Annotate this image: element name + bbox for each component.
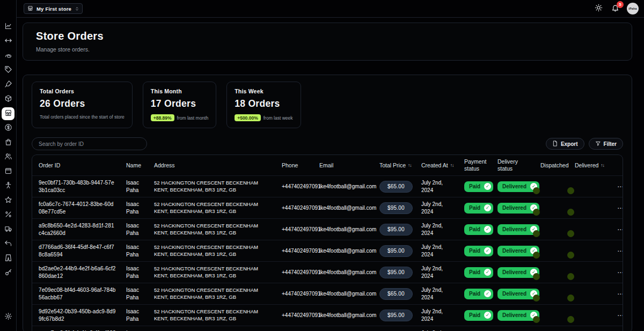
key-icon (4, 268, 12, 278)
notifications-button[interactable]: 5 (610, 4, 620, 13)
page-title: Store Orders (36, 30, 619, 42)
avatar[interactable]: iPaha (627, 3, 639, 14)
table-toolbar: Export Filter (32, 137, 623, 150)
payment-status-badge[interactable]: Paid ✓ (464, 246, 493, 256)
toggle-knob (533, 252, 540, 259)
toggle-knob (533, 316, 540, 323)
sidebar-item-api-keys[interactable] (2, 267, 14, 279)
order-id-cell: a9c8b650-4e2d-4283-8d1f-281c4ca2660d (32, 219, 121, 240)
truck-icon (4, 225, 12, 235)
percent-icon (4, 210, 12, 220)
check-icon: ✓ (484, 312, 491, 319)
column-header-email: Email (314, 159, 374, 172)
toggle-knob (567, 316, 574, 323)
sidebar-item-payments[interactable] (2, 122, 14, 135)
total-price-badge: $95.00 (379, 267, 413, 278)
toggle-knob (533, 273, 540, 280)
row-actions-button[interactable]: ⋯ (615, 225, 623, 234)
payment-status-badge[interactable]: Paid ✓ (464, 181, 493, 192)
notification-badge: 5 (617, 1, 624, 8)
address-cell: 52 HACKINGTON CRESCENT BECKENHAM KENT, B… (149, 284, 276, 304)
search-input[interactable] (32, 137, 147, 150)
created-at-cell: July 2nd, 2024 (416, 283, 459, 304)
column-header-delivered: Delivered ↑↓ (569, 159, 610, 172)
order-id-cell: d7766ad6-36f4-45df-8e47-c6f78c8a6594 (32, 240, 121, 261)
row-actions-button[interactable]: ⋯ (615, 203, 623, 213)
row-actions-button[interactable]: ⋯ (615, 246, 623, 256)
stat-value: 17 Orders (151, 98, 208, 109)
sort-toggle-total-price[interactable]: ↑↓ (408, 163, 412, 168)
main-column: My First store 5 iPaha (17, 0, 644, 331)
customer-name-cell: Isaac Paha (121, 305, 149, 326)
toggle-knob (567, 252, 574, 259)
address-cell: 52 HACKINGTON CRESCENT BECKENHAM KENT, B… (149, 176, 276, 197)
customer-name-cell: Isaac Paha (121, 240, 149, 261)
created-at-cell: July 2nd, 2024 (416, 197, 459, 218)
payment-status-badge[interactable]: Paid ✓ (464, 310, 493, 321)
sidebar-item-analytics[interactable] (2, 20, 14, 33)
sidebar-item-campaigns[interactable] (2, 35, 14, 48)
apparel-icon (4, 254, 12, 264)
sidebar-item-apparel[interactable] (2, 252, 14, 265)
row-actions-button[interactable]: ⋯ (615, 289, 623, 299)
payment-status-badge[interactable]: Paid ✓ (464, 224, 493, 235)
column-header-payment-status: Payment status (459, 155, 492, 175)
stat-this-week: This Week 18 Orders +500.00% from last w… (226, 82, 301, 128)
column-header-dispatched: Dispatched (535, 159, 569, 172)
undo-icon (4, 239, 12, 249)
topbar: My First store 5 iPaha (17, 0, 644, 18)
sidebar-item-discounts[interactable] (2, 209, 14, 222)
bag-icon (4, 138, 12, 148)
payment-status-badge[interactable]: Paid ✓ (464, 267, 493, 278)
package-icon (4, 94, 12, 105)
stats-row: Total Orders 26 Orders Total orders plac… (32, 82, 623, 128)
email-cell: ike4football@gmail.com (314, 180, 374, 194)
store-selector[interactable]: My First store (24, 3, 83, 14)
check-icon: ✓ (484, 226, 491, 233)
store-icon (4, 109, 12, 119)
column-header-phone: Phone (276, 159, 314, 172)
sidebar-item-store-orders[interactable] (2, 107, 14, 120)
phone-cell: +447402497091 (276, 244, 314, 258)
sidebar-item-customers[interactable] (2, 151, 14, 164)
sidebar-item-bag-orders[interactable] (2, 136, 14, 149)
payment-status-badge[interactable]: Paid ✓ (464, 289, 493, 299)
payment-status-badge[interactable]: Paid ✓ (464, 203, 493, 214)
row-actions-button[interactable]: ⋯ (615, 182, 623, 192)
sidebar-item-settings[interactable] (2, 311, 14, 323)
stat-label: This Month (151, 88, 208, 94)
column-header-created-at: Created At ↑↓ (416, 159, 459, 172)
sidebar-item-products[interactable] (2, 93, 14, 106)
table-row: bd2ae0e2-44b9-4e2f-b6a6-6cf2860dae12 Isa… (32, 261, 623, 283)
column-header-actions (610, 162, 623, 168)
export-button[interactable]: Export (546, 138, 584, 150)
toggle-knob (567, 187, 574, 194)
sort-toggle-delivered[interactable]: ↑↓ (601, 163, 604, 168)
check-icon: ✓ (484, 204, 491, 211)
sidebar-item-design[interactable] (2, 78, 14, 91)
sidebar-item-integrations[interactable] (2, 49, 14, 62)
email-cell: ike4football@gmail.com (314, 266, 374, 279)
stat-value: 26 Orders (40, 98, 125, 109)
filter-button[interactable]: Filter (589, 138, 623, 150)
sidebar (0, 0, 17, 331)
stat-description: +500.00% from last week (235, 114, 292, 121)
chart-line-icon (4, 22, 12, 32)
sidebar-item-accessibility[interactable] (2, 180, 14, 193)
table-row: aaea7ea3-2fef-4a1b-8cf1-ef622ccff803 Isa… (32, 326, 623, 331)
percent-change-badge: +500.00% (235, 114, 261, 121)
sidebar-item-pages[interactable] (2, 165, 14, 178)
toolbar-buttons: Export Filter (546, 138, 623, 150)
sidebar-item-shipping[interactable] (2, 223, 14, 236)
sidebar-item-reviews[interactable] (2, 194, 14, 207)
sidebar-item-tags[interactable] (2, 64, 14, 77)
sort-toggle-created-at[interactable]: ↑↓ (450, 163, 454, 168)
stat-label: Total Orders (40, 88, 125, 94)
users-icon (4, 152, 12, 163)
sidebar-item-returns[interactable] (2, 238, 14, 251)
theme-toggle-button[interactable] (594, 4, 603, 13)
row-actions-button[interactable]: ⋯ (615, 311, 623, 320)
address-cell: 52 HACKINGTON CRESCENT BECKENHAM KENT, B… (149, 305, 276, 326)
column-header-delivery-status: Delivery status (492, 155, 535, 175)
row-actions-button[interactable]: ⋯ (615, 268, 623, 277)
